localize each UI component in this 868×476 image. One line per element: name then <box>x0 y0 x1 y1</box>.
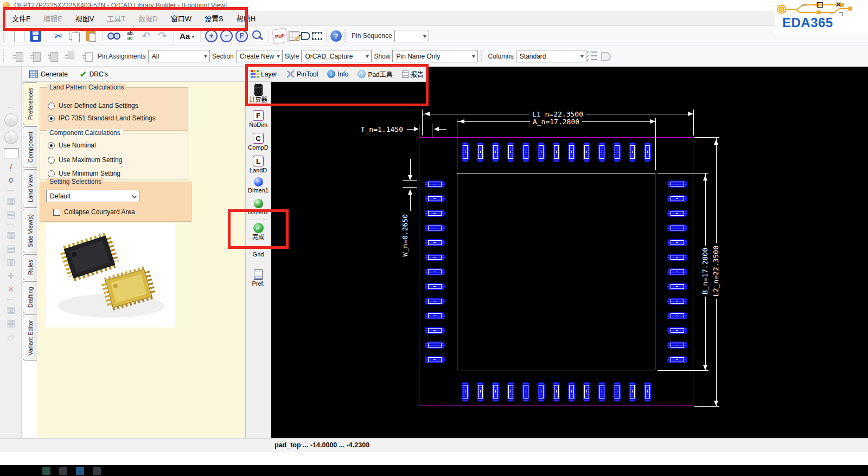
side-tool-dimen1[interactable]: Dimen1 <box>245 177 271 194</box>
pad[interactable] <box>667 312 687 319</box>
pad[interactable] <box>667 268 687 275</box>
taskbar-icon[interactable] <box>59 467 67 475</box>
side-tool-compd[interactable]: CCompD <box>245 133 271 151</box>
pad[interactable] <box>583 382 590 402</box>
pkg-b-icon[interactable] <box>29 49 43 63</box>
pkg-c-icon[interactable] <box>47 49 61 63</box>
pad[interactable] <box>667 195 687 202</box>
pad[interactable] <box>598 142 605 162</box>
toolbar-grip[interactable] <box>3 30 5 42</box>
tab-drafting[interactable]: Drafting <box>23 281 37 313</box>
pad[interactable] <box>425 298 445 305</box>
pad[interactable] <box>492 142 499 162</box>
close-button[interactable]: ✕ <box>835 1 841 9</box>
zoom-in-icon[interactable]: + <box>205 30 218 42</box>
pad[interactable] <box>425 268 445 275</box>
tab-variant-editor[interactable]: Variant Editor <box>23 314 37 361</box>
pad[interactable] <box>568 142 575 162</box>
pad[interactable] <box>425 342 445 349</box>
mdi-restore-button[interactable] <box>839 12 843 16</box>
footprint-icon[interactable] <box>312 32 322 40</box>
tab-rules[interactable]: Rules <box>23 254 37 280</box>
pad[interactable] <box>667 210 687 217</box>
pad[interactable] <box>425 210 445 217</box>
drcs-button[interactable]: ✔ DRC's <box>80 69 108 79</box>
tab-side-view-s-[interactable]: Side View(s) <box>23 209 37 253</box>
pad[interactable] <box>583 142 590 162</box>
white-box-icon[interactable] <box>4 148 18 158</box>
checkbox-icon[interactable] <box>53 209 60 216</box>
pad[interactable] <box>667 254 687 261</box>
show-select[interactable]: Pin Name Only <box>392 50 478 62</box>
pad[interactable] <box>667 356 687 363</box>
pad[interactable] <box>553 382 560 402</box>
table-x-icon[interactable]: ▦ <box>7 305 15 315</box>
zoom-window-icon[interactable] <box>250 29 265 43</box>
pkg-a-icon[interactable] <box>12 49 26 63</box>
pad[interactable] <box>425 254 445 261</box>
watermark-icon[interactable]: ▱ <box>7 332 14 342</box>
radio-user-defined-land[interactable]: User Defined Land Settings <box>48 102 138 110</box>
table-auto-icon[interactable]: ▦ <box>7 230 15 240</box>
pad[interactable] <box>614 382 621 402</box>
pad[interactable] <box>425 181 445 188</box>
pad[interactable] <box>522 382 529 402</box>
pad[interactable] <box>425 312 445 319</box>
radio-icon[interactable] <box>48 142 55 149</box>
pad[interactable] <box>507 142 514 162</box>
tab-preferences[interactable]: Preferences <box>23 82 37 125</box>
radio-icon[interactable] <box>48 115 55 122</box>
pad[interactable] <box>492 382 499 402</box>
toolbar-grip[interactable] <box>344 30 347 42</box>
collapse-courtyard-checkbox[interactable]: Collapse Courtyard Area <box>53 208 135 216</box>
pad[interactable] <box>462 382 469 402</box>
radio-use-nominal[interactable]: Use Nominal <box>48 141 96 149</box>
pad[interactable] <box>614 142 621 162</box>
pad[interactable] <box>425 195 445 202</box>
down-circle-icon[interactable]: ↓ <box>4 131 18 144</box>
table-rows-icon[interactable]: ▤ <box>7 244 15 254</box>
section-select[interactable]: Create New <box>236 50 283 62</box>
table-cols-icon[interactable]: ▥ <box>7 258 15 267</box>
radio-icon[interactable] <box>48 102 55 110</box>
pdf-icon[interactable]: PDF <box>272 27 288 44</box>
pad[interactable] <box>425 356 445 363</box>
delete-icon[interactable]: ✕ <box>8 285 15 294</box>
pad[interactable] <box>667 342 687 349</box>
pad[interactable] <box>598 382 605 402</box>
pad[interactable] <box>629 382 636 402</box>
up-circle-icon[interactable]: ↑ <box>4 113 18 127</box>
pad[interactable] <box>667 239 687 246</box>
gate-icon[interactable] <box>301 32 310 40</box>
toolbar-grip[interactable] <box>3 50 5 62</box>
zoom-out-icon[interactable]: − <box>220 30 233 42</box>
pad[interactable] <box>425 224 445 231</box>
pad[interactable] <box>553 142 560 162</box>
save-icon[interactable] <box>30 30 41 42</box>
pad[interactable] <box>538 142 545 162</box>
maximize-button[interactable] <box>817 2 823 8</box>
pin-sequence-select[interactable] <box>394 30 429 42</box>
footprint-canvas[interactable]: L1_n=22.3500 A_n=17.2800 T_n=1.1450 W_n <box>271 67 868 438</box>
wizard-gate-icon[interactable] <box>598 49 612 63</box>
pkg-d-icon[interactable] <box>64 49 78 63</box>
tab-component[interactable]: Component <box>23 126 37 168</box>
side-tool-landd[interactable]: LLandD <box>245 156 271 174</box>
side-tool-pref.[interactable]: Pref. <box>245 269 271 287</box>
pad[interactable] <box>667 224 687 231</box>
zero-icon[interactable]: 0 <box>9 176 12 185</box>
pad[interactable] <box>667 327 687 334</box>
taskbar-icon[interactable] <box>76 467 84 475</box>
toolbar-grip[interactable] <box>481 50 483 62</box>
pad[interactable] <box>425 283 445 290</box>
pad[interactable] <box>425 327 445 334</box>
pin-assignments-select[interactable]: All <box>148 50 210 62</box>
pad[interactable] <box>477 382 484 402</box>
side-tool-nodim[interactable]: FNoDim <box>245 110 271 128</box>
pkg-e-icon[interactable] <box>81 49 95 63</box>
radio-use-minimum[interactable]: Use Minimum Setting <box>48 170 120 177</box>
pad[interactable] <box>667 181 687 188</box>
pad[interactable] <box>538 382 545 402</box>
pad[interactable] <box>644 382 651 402</box>
minimize-button[interactable]: ─ <box>802 1 807 9</box>
